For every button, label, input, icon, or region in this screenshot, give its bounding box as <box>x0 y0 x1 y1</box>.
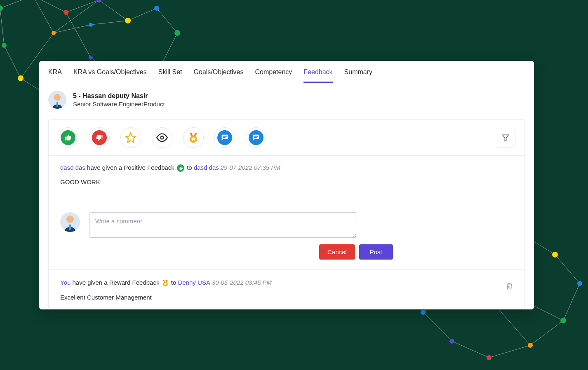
feedback-panel: dasd das have given a Positive Feedback … <box>48 119 525 309</box>
tab-bar: KRA KRA vs Goals/Objectives Skill Set Go… <box>39 61 534 83</box>
svg-point-0 <box>0 5 3 11</box>
svg-point-43 <box>66 215 74 223</box>
filter-button[interactable] <box>496 128 515 148</box>
user-name: 5 - Hassan deputy Nasir <box>73 92 165 100</box>
svg-point-34 <box>161 136 164 139</box>
feedback-entry-2: You have given a Reward Feedback to Denn… <box>49 269 524 309</box>
post-button[interactable]: Post <box>359 244 393 260</box>
svg-marker-33 <box>126 133 135 142</box>
user-avatar <box>48 91 66 109</box>
tab-skill-set[interactable]: Skill Set <box>158 68 182 83</box>
comment-avatar <box>60 212 80 232</box>
comment-buttons: Cancel Post <box>308 242 524 269</box>
entry2-to-label: to <box>169 279 178 286</box>
thumbs-down-button[interactable] <box>89 127 110 148</box>
svg-point-13 <box>52 31 56 35</box>
svg-point-31 <box>54 94 61 101</box>
chat-button-2[interactable] <box>246 127 266 148</box>
cancel-button[interactable]: Cancel <box>319 244 355 260</box>
svg-point-11 <box>18 75 24 81</box>
svg-rect-44 <box>69 225 71 230</box>
entry2-from-link[interactable]: You <box>60 279 71 286</box>
svg-point-15 <box>89 56 93 60</box>
reward-button[interactable] <box>183 127 204 148</box>
svg-rect-39 <box>254 136 258 136</box>
thumbs-up-button[interactable] <box>58 127 78 148</box>
entry1-to-link[interactable]: dasd das <box>194 164 219 171</box>
tab-feedback[interactable]: Feedback <box>303 68 332 83</box>
svg-point-21 <box>577 281 582 286</box>
svg-rect-32 <box>56 102 58 107</box>
svg-point-4 <box>125 18 131 23</box>
tab-goals[interactable]: Goals/Objectives <box>194 68 244 83</box>
svg-point-3 <box>96 0 101 2</box>
entry2-action-text: have given a Reward Feedback <box>71 279 161 286</box>
entry1-action-text: have given a Positive Feedback <box>85 164 176 171</box>
svg-rect-37 <box>223 136 226 136</box>
svg-point-25 <box>449 339 454 344</box>
user-title: Senior Software EngineerProduct <box>73 101 165 108</box>
svg-point-5 <box>154 6 159 11</box>
star-button[interactable] <box>120 127 141 148</box>
svg-point-14 <box>89 23 93 27</box>
medal-badge-icon <box>161 279 169 286</box>
entry2-timestamp: 30-05-2022 03:45 PM <box>212 279 272 286</box>
svg-rect-38 <box>223 137 225 138</box>
entry1-to-label: to <box>185 164 194 171</box>
svg-point-22 <box>560 318 566 323</box>
svg-marker-41 <box>503 135 509 141</box>
svg-rect-40 <box>254 137 256 138</box>
comment-input[interactable] <box>89 212 357 238</box>
action-icon-row <box>49 120 524 156</box>
svg-point-23 <box>528 343 533 348</box>
svg-point-24 <box>487 355 492 360</box>
svg-point-20 <box>552 252 558 258</box>
entry1-body: GOOD WORK <box>60 178 513 185</box>
svg-point-2 <box>64 10 68 15</box>
tab-competency[interactable]: Competency <box>255 68 292 83</box>
entry1-from-link[interactable]: dasd das <box>60 164 85 171</box>
feedback-card: KRA KRA vs Goals/Objectives Skill Set Go… <box>39 61 534 309</box>
thumbs-up-badge-icon <box>177 164 184 172</box>
svg-point-12 <box>2 43 7 48</box>
tab-summary[interactable]: Summary <box>344 68 372 83</box>
svg-point-6 <box>174 30 180 36</box>
feedback-entry-1: dasd das have given a Positive Feedback … <box>49 156 524 201</box>
entry1-timestamp: 29-07-2022 07:35 PM <box>221 164 280 171</box>
svg-point-26 <box>421 310 426 315</box>
user-header: 5 - Hassan deputy Nasir Senior Software … <box>39 83 534 119</box>
tab-kra-vs-goals[interactable]: KRA vs Goals/Objectives <box>73 68 147 83</box>
delete-button[interactable] <box>506 282 513 291</box>
entry2-to-link[interactable]: Denny USA <box>178 279 210 286</box>
entry2-body: Excellent Customer Management <box>60 294 513 301</box>
chat-button-1[interactable] <box>214 127 235 148</box>
comment-row <box>49 201 524 242</box>
watch-button[interactable] <box>152 127 172 148</box>
tab-kra[interactable]: KRA <box>48 68 62 83</box>
